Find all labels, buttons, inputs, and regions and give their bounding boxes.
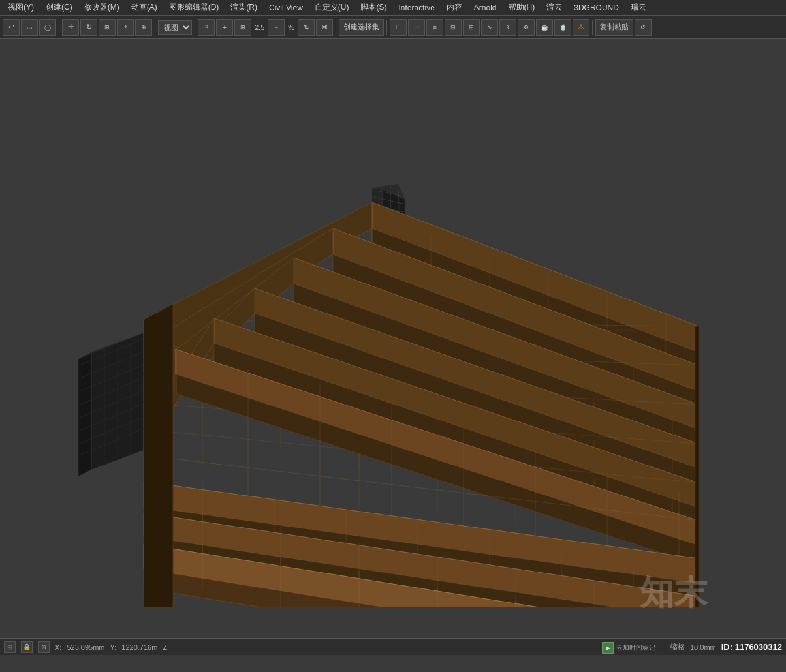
menu-render-cloud[interactable]: 渲云 [541, 1, 567, 14]
status-y-value: 1220.716m [121, 643, 157, 651]
svg-marker-12 [78, 352, 91, 476]
toolbar-snap[interactable]: ⌗ [198, 19, 215, 36]
toolbar-undo-btn[interactable]: ↩ [3, 19, 20, 36]
menu-bar: 视图(Y) 创建(C) 修改器(M) 动画(A) 图形编辑器(D) 渲染(R) … [0, 0, 786, 16]
toolbar-graph[interactable]: ∿ [481, 19, 498, 36]
toolbar-sep6 [592, 20, 593, 35]
menu-interactive[interactable]: Interactive [393, 2, 439, 14]
status-z-label: Z [163, 643, 167, 651]
toolbar-viewport-dropdown[interactable]: 视图 [158, 20, 192, 35]
bottom-icon-1[interactable]: ▶ [602, 642, 614, 654]
menu-view[interactable]: 视图(Y) [3, 1, 39, 14]
status-id: ID: 1176030312 [721, 642, 782, 652]
toolbar-sep5 [386, 20, 387, 35]
menu-animation[interactable]: 动画(A) [126, 1, 163, 14]
bottom-grid-label: 云加时间标记 [616, 643, 655, 652]
toolbar-arrow[interactable]: ⇅ [298, 19, 315, 36]
svg-marker-129 [695, 326, 699, 607]
menu-customize[interactable]: 自定义(U) [309, 1, 354, 14]
menu-scripting[interactable]: 脚本(S) [355, 1, 392, 14]
menu-render[interactable]: 渲染(R) [225, 1, 262, 14]
status-zoom-value: 10.0mm [690, 643, 716, 651]
toolbar-snap2[interactable]: + [216, 19, 233, 36]
menu-render-farm[interactable]: 瑞云 [625, 1, 652, 14]
status-right-section: 缩格 10.0mm ID: 1176030312 [670, 642, 782, 652]
toolbar-num1[interactable]: ⌐ [268, 19, 285, 36]
status-grid-icon: ⊞ [4, 641, 16, 653]
toolbar-scale[interactable]: ⊞ [99, 19, 116, 36]
status-bar: ⊞ 🔒 ⊕ X: 523.095mm Y: 1220.716m Z 缩格 10.… [0, 638, 786, 655]
menu-civil-view[interactable]: Civil View [264, 2, 308, 14]
svg-marker-128 [144, 304, 173, 607]
menu-arnold[interactable]: Arnold [469, 2, 502, 14]
toolbar-key[interactable]: ⌘ [316, 19, 333, 36]
toolbar-render-setup[interactable]: ⚙ [518, 19, 535, 36]
toolbar-mirror[interactable]: ⊣ [408, 19, 425, 36]
toolbar-sep1 [59, 20, 59, 35]
menu-3dground[interactable]: 3DGROUND [569, 2, 624, 14]
menu-modifier[interactable]: 修改器(M) [79, 1, 125, 14]
toolbar-transform2[interactable]: ⊕ [135, 19, 152, 36]
toolbar-align[interactable]: ≡ [426, 19, 443, 36]
toolbar-sep3 [195, 20, 195, 35]
toolbar-paste[interactable]: 复制粘贴 [595, 19, 633, 36]
status-zoom-label: 缩格 [670, 642, 685, 652]
toolbar-select-circle[interactable]: ◯ [39, 19, 56, 36]
toolbar-move[interactable]: ✛ [62, 19, 79, 36]
toolbar-align2[interactable]: ⊟ [445, 19, 462, 36]
status-cursor-icon: ⊕ [38, 641, 50, 653]
menu-create[interactable]: 创建(C) [40, 1, 78, 14]
status-y-label: Y: [110, 643, 117, 651]
menu-graph-editor[interactable]: 图形编辑器(D) [164, 1, 225, 14]
toolbar-rotate2[interactable]: ↺ [635, 19, 652, 36]
toolbar-render2[interactable]: 🍵 [554, 19, 571, 36]
toolbar-create-selection[interactable]: 创建选择集 [339, 19, 384, 36]
toolbar-warning[interactable]: ⚠ [573, 19, 590, 36]
toolbar: ↩ ▭ ◯ ✛ ↻ ⊞ ⌖ ⊕ 视图 ⌗ + ⊞ 2.5 ⌐ % ⇅ ⌘ 创建选… [0, 16, 786, 39]
status-x-label: X: [55, 643, 61, 651]
toolbar-numbers: 2.5 [253, 23, 266, 31]
menu-content[interactable]: 内容 [441, 1, 467, 14]
bottom-icons: ▶ 云加时间标记 [602, 642, 655, 654]
status-lock-icon: 🔒 [21, 641, 33, 653]
toolbar-sep4 [336, 20, 336, 35]
toolbar-transform[interactable]: ⌖ [117, 19, 134, 36]
toolbar-sep2 [155, 20, 155, 35]
toolbar-percent: % [286, 23, 296, 31]
menu-help[interactable]: 帮助(H) [503, 1, 541, 14]
toolbar-rotate[interactable]: ↻ [80, 19, 97, 36]
toolbar-render[interactable]: ☕ [536, 19, 553, 36]
toolbar-grid[interactable]: ⊞ [463, 19, 480, 36]
status-x-value: 523.095mm [67, 643, 104, 651]
toolbar-select-rect[interactable]: ▭ [21, 19, 38, 36]
toolbar-curve[interactable]: ⌇ [499, 19, 516, 36]
viewport: 知未网www.znzmo.com 知未网www.znzmo.com 知未网www… [0, 39, 786, 655]
3d-scene-svg [33, 72, 751, 607]
toolbar-snap3[interactable]: ⊞ [234, 19, 251, 36]
toolbar-named-sel[interactable]: ⊢ [390, 19, 407, 36]
